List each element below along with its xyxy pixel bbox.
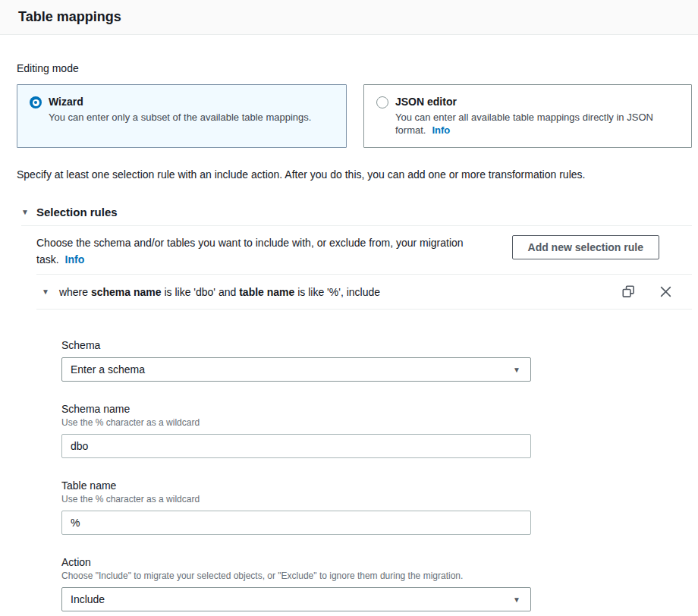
editing-mode-tiles: Wizard You can enter only a subset of th… (17, 84, 692, 148)
tile-wizard[interactable]: Wizard You can enter only a subset of th… (17, 84, 347, 148)
action-hint: Choose "Include" to migrate your selecte… (61, 570, 531, 582)
rule-intro-row: Choose the schema and/or tables you want… (17, 226, 692, 274)
selection-rules-header[interactable]: ▼ Selection rules (21, 206, 692, 218)
radio-selected-dot (34, 101, 37, 104)
rule-fields: Schema Enter a schema ▼ Schema name Use … (61, 338, 531, 611)
intro-text: Specify at least one selection rule with… (17, 168, 692, 181)
page-header: Table mappings (0, 0, 698, 35)
triangle-down-icon[interactable]: ▼ (21, 209, 29, 216)
tile-wizard-title: Wizard (49, 95, 311, 109)
tile-json-title: JSON editor (395, 95, 672, 109)
copy-icon[interactable] (621, 284, 637, 300)
rule-summary: where schema name is like 'dbo' and tabl… (59, 284, 380, 300)
chevron-down-icon: ▼ (513, 596, 520, 604)
main-content: Editing mode Wizard You can enter only a… (0, 62, 698, 611)
schema-label: Schema (61, 338, 531, 352)
action-select[interactable]: Include ▼ (61, 587, 531, 611)
rule-header[interactable]: ▼ where schema name is like 'dbo' and ta… (17, 275, 692, 309)
action-field: Action Choose "Include" to migrate your … (61, 555, 531, 611)
editing-mode-label: Editing mode (17, 62, 692, 74)
radio-unselected-icon[interactable] (376, 96, 388, 108)
rule-intro-description: Choose the schema and/or tables you want… (36, 237, 464, 266)
page-title: Table mappings (18, 9, 121, 25)
schema-select[interactable]: Enter a schema ▼ (61, 357, 531, 382)
action-label: Action (61, 555, 531, 569)
add-selection-rule-button[interactable]: Add new selection rule (512, 235, 659, 259)
table-name-hint: Use the % character as a wildcard (61, 493, 531, 505)
schema-name-label: Schema name (61, 402, 531, 416)
tile-wizard-text: Wizard You can enter only a subset of th… (49, 95, 311, 124)
selection-rules-info-link[interactable]: Info (65, 253, 85, 266)
close-icon[interactable] (658, 284, 674, 300)
tile-wizard-description: You can enter only a subset of the avail… (49, 111, 311, 124)
table-name-input[interactable] (61, 511, 531, 535)
tile-json-text: JSON editor You can enter all available … (395, 95, 672, 137)
schema-name-field: Schema name Use the % character as a wil… (61, 402, 531, 458)
radio-selected-icon[interactable] (30, 96, 42, 108)
tile-json-editor[interactable]: JSON editor You can enter all available … (363, 84, 692, 148)
schema-select-value: Enter a schema (71, 363, 145, 376)
schema-field: Schema Enter a schema ▼ (61, 338, 531, 382)
radio-selected-inner (33, 99, 39, 106)
table-name-field: Table name Use the % character as a wild… (61, 479, 531, 535)
action-select-value: Include (71, 593, 105, 605)
rule-actions (621, 284, 674, 300)
tile-json-description: You can enter all available table mappin… (395, 111, 672, 137)
schema-name-hint: Use the % character as a wildcard (61, 416, 531, 429)
rule-triangle-down-icon[interactable]: ▼ (42, 288, 49, 296)
table-name-label: Table name (61, 479, 531, 492)
rule-bottom-divider (36, 309, 692, 310)
chevron-down-icon: ▼ (513, 366, 520, 374)
json-info-link[interactable]: Info (432, 124, 450, 136)
schema-name-input[interactable] (61, 434, 531, 458)
rule-intro-text: Choose the schema and/or tables you want… (36, 234, 473, 268)
selection-rules-title: Selection rules (36, 206, 118, 218)
